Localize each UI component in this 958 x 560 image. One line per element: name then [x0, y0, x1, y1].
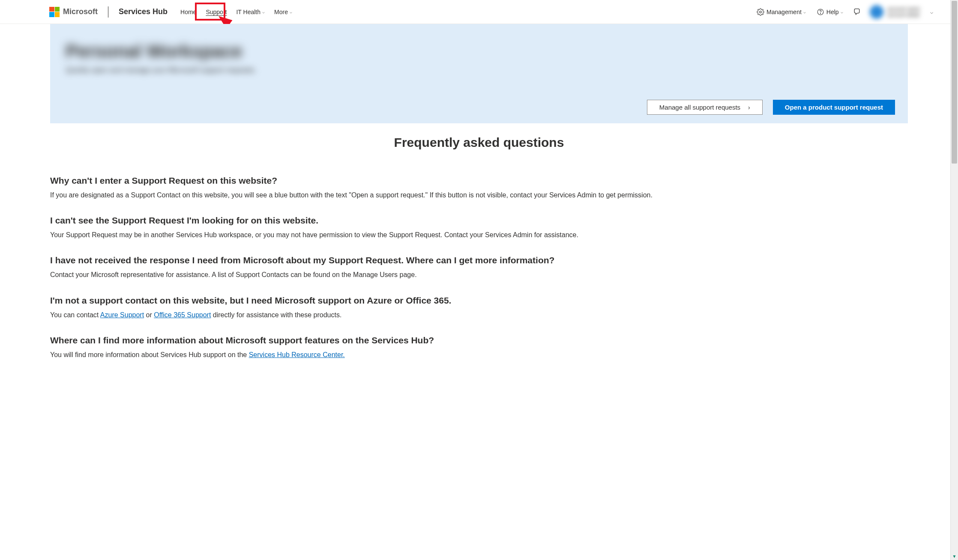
nav-management[interactable]: Management ⌵ — [755, 6, 807, 18]
faq-question: I have not received the response I need … — [50, 255, 908, 265]
nav-more[interactable]: More ⌵ — [273, 7, 293, 17]
chevron-down-icon[interactable]: ⌵ — [930, 9, 933, 15]
top-navigation: Microsoft Services Hub Home Support IT H… — [0, 0, 950, 24]
microsoft-logo[interactable]: Microsoft — [49, 7, 98, 17]
faq-item: I can't see the Support Request I'm look… — [50, 215, 908, 240]
chevron-down-icon: ⌵ — [290, 9, 292, 14]
faq-question: I'm not a support contact on this websit… — [50, 295, 908, 306]
faq-answer: Your Support Request may be in another S… — [50, 230, 908, 240]
gear-icon — [756, 8, 765, 16]
faq-answer: If you are designated as a Support Conta… — [50, 190, 908, 200]
nav-it-health-label: IT Health — [236, 9, 260, 15]
vertical-scrollbar[interactable]: ▲ ▼ — [950, 0, 958, 375]
svg-point-0 — [760, 11, 762, 13]
faq-answer-text: You will find more information about Ser… — [50, 351, 249, 358]
feedback-icon[interactable] — [853, 8, 861, 16]
product-brand[interactable]: Services Hub — [119, 7, 168, 16]
faq-item: Why can't I enter a Support Request on t… — [50, 176, 908, 200]
user-line1: account name — [888, 6, 920, 12]
hero-subtitle: Quickly open and manage your Microsoft s… — [66, 66, 892, 74]
nav-help[interactable]: Help ⌵ — [815, 6, 844, 18]
faq-item: I'm not a support contact on this websit… — [50, 295, 908, 320]
faq-answer-text: or — [144, 311, 154, 319]
faq-question: Why can't I enter a Support Request on t… — [50, 176, 908, 186]
user-info: account name account detail — [888, 6, 920, 18]
header-divider — [108, 6, 108, 18]
chevron-down-icon: ⌵ — [841, 9, 843, 14]
faq-item: Where can I find more information about … — [50, 335, 908, 360]
page-content: Personal Workspace Quickly open and mana… — [50, 24, 908, 360]
secondary-nav: Management ⌵ Help ⌵ account name account… — [755, 5, 933, 19]
faq-answer: You will find more information about Ser… — [50, 350, 908, 360]
manage-requests-button[interactable]: Manage all support requests › — [647, 100, 763, 115]
resource-center-link[interactable]: Services Hub Resource Center. — [249, 351, 345, 358]
svg-point-2 — [820, 13, 820, 13]
chevron-down-icon: ⌵ — [262, 9, 265, 14]
microsoft-wordmark: Microsoft — [63, 7, 98, 16]
nav-home[interactable]: Home — [180, 7, 197, 17]
faq-answer-text: You can contact — [50, 311, 100, 319]
user-account-menu[interactable]: account name account detail — [870, 5, 920, 19]
faq-answer: Contact your Microsoft representative fo… — [50, 270, 908, 280]
nav-it-health[interactable]: IT Health ⌵ — [235, 7, 266, 17]
faq-item: I have not received the response I need … — [50, 255, 908, 280]
office365-support-link[interactable]: Office 365 Support — [154, 311, 211, 319]
primary-nav: Home Support IT Health ⌵ More ⌵ — [180, 7, 293, 17]
scrollbar-thumb[interactable] — [952, 1, 957, 164]
faq-question: Where can I find more information about … — [50, 335, 908, 346]
azure-support-link[interactable]: Azure Support — [100, 311, 144, 319]
faq-heading: Frequently asked questions — [50, 135, 908, 150]
microsoft-logo-icon — [49, 7, 60, 17]
faq-question: I can't see the Support Request I'm look… — [50, 215, 908, 226]
nav-help-label: Help — [826, 9, 839, 15]
avatar — [870, 5, 883, 19]
manage-requests-label: Manage all support requests — [659, 104, 740, 111]
nav-management-label: Management — [766, 9, 802, 15]
faq-answer-text: directly for assistance with these produ… — [211, 311, 341, 319]
hero-actions: Manage all support requests › Open a pro… — [647, 100, 895, 115]
hero-title: Personal Workspace — [66, 41, 892, 62]
open-support-request-button[interactable]: Open a product support request — [773, 100, 895, 115]
nav-more-label: More — [274, 9, 288, 15]
faq-answer: You can contact Azure Support or Office … — [50, 310, 908, 320]
chevron-down-icon: ⌵ — [803, 9, 806, 14]
user-line2: account detail — [888, 12, 920, 18]
help-icon — [816, 8, 825, 16]
hero-banner: Personal Workspace Quickly open and mana… — [50, 24, 908, 123]
nav-support[interactable]: Support — [205, 7, 228, 17]
chevron-right-icon: › — [748, 104, 750, 111]
